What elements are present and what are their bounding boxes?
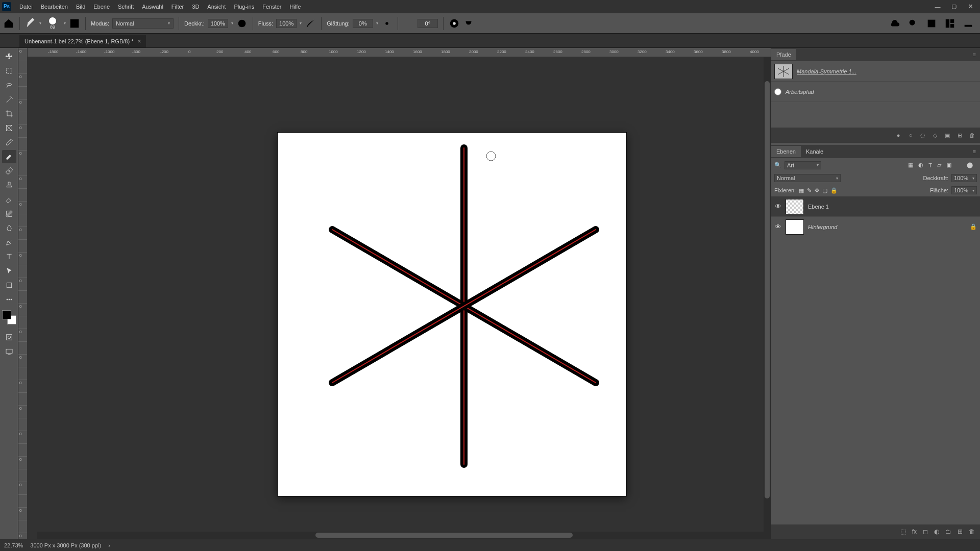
lock-artboard-icon[interactable]: ▢ <box>822 187 827 194</box>
smoothing-options-icon[interactable] <box>381 18 393 29</box>
horizontal-scrollbar[interactable] <box>37 532 771 539</box>
path-select-tool[interactable] <box>2 264 16 278</box>
selection-path-icon[interactable]: ◌ <box>920 132 926 138</box>
menu-3d[interactable]: 3D <box>188 2 203 12</box>
menu-schrift[interactable]: Schrift <box>114 2 138 12</box>
mask-path-icon[interactable]: ▣ <box>944 132 950 138</box>
layer-filter-select[interactable]: Art▾ <box>785 161 821 169</box>
gradient-tool[interactable] <box>2 207 16 220</box>
filter-type-icon[interactable]: T <box>928 162 932 168</box>
chevron-down-icon[interactable]: ▾ <box>64 21 66 26</box>
color-swatches[interactable] <box>2 310 16 324</box>
panel-menu-icon[interactable]: ≡ <box>969 52 980 58</box>
delete-path-icon[interactable]: 🗑 <box>969 132 975 138</box>
menu-hilfe[interactable]: Hilfe <box>285 2 305 12</box>
marquee-tool[interactable] <box>2 64 16 78</box>
mask-icon[interactable]: ◻ <box>923 528 928 535</box>
workspace-icon[interactable] <box>944 18 955 29</box>
chevron-down-icon[interactable]: ▾ <box>39 21 41 26</box>
visibility-icon[interactable]: 👁 <box>774 223 781 231</box>
adjustment-icon[interactable]: ◐ <box>934 528 939 535</box>
tab-layers[interactable]: Ebenen <box>771 146 801 157</box>
lock-transparent-icon[interactable]: ▦ <box>799 187 804 194</box>
brush-tool[interactable] <box>2 150 16 163</box>
menu-ansicht[interactable]: Ansicht <box>203 2 230 12</box>
pressure-opacity-icon[interactable] <box>236 18 248 29</box>
stamp-tool[interactable] <box>2 179 16 192</box>
panel-menu-icon[interactable]: ≡ <box>969 148 980 155</box>
screenmode-tool[interactable] <box>2 345 16 358</box>
filter-smart-icon[interactable]: ▣ <box>946 162 951 168</box>
link-layers-icon[interactable]: ⬚ <box>900 528 906 535</box>
smoothing-input[interactable]: 0% <box>353 19 373 28</box>
new-path-icon[interactable]: ⊞ <box>957 132 963 138</box>
path-row[interactable]: Arbeitspfad <box>771 82 980 102</box>
search-icon[interactable]: 🔍 <box>774 162 781 168</box>
delete-layer-icon[interactable]: 🗑 <box>969 528 975 535</box>
group-icon[interactable]: 🗀 <box>945 528 951 535</box>
angle-input[interactable]: 0° <box>418 19 438 28</box>
close-icon[interactable]: × <box>137 38 141 45</box>
flow-input[interactable]: 100% <box>276 19 297 28</box>
quickmask-tool[interactable] <box>2 331 16 344</box>
layer-opacity-input[interactable]: 100%▾ <box>951 174 977 182</box>
menu-bild[interactable]: Bild <box>72 2 89 12</box>
menu-auswahl[interactable]: Auswahl <box>138 2 167 12</box>
vertical-scrollbar[interactable] <box>764 57 771 532</box>
wand-tool[interactable] <box>2 93 16 106</box>
menu-datei[interactable]: Datei <box>15 2 37 12</box>
menu-filter[interactable]: Filter <box>167 2 188 12</box>
document-tab[interactable]: Unbenannt-1 bei 22,7% (Ebene 1, RGB/8) *… <box>19 35 146 47</box>
filter-pixel-icon[interactable]: ▦ <box>908 162 913 168</box>
layer-row[interactable]: 👁 Ebene 1 <box>771 196 980 217</box>
lock-paint-icon[interactable]: ✎ <box>807 187 812 194</box>
more-tools[interactable] <box>2 293 16 306</box>
brush-tool-icon[interactable] <box>25 18 36 29</box>
menu-ebene[interactable]: Ebene <box>89 2 114 12</box>
layer-row[interactable]: 👁 Hintergrund 🔒 <box>771 217 980 237</box>
crop-tool[interactable] <box>2 107 16 120</box>
home-icon[interactable] <box>3 18 14 29</box>
fx-icon[interactable]: fx <box>912 528 917 535</box>
frame-tool[interactable] <box>2 121 16 135</box>
stroke-path-icon[interactable]: ○ <box>908 132 914 138</box>
foreground-color[interactable] <box>2 310 11 319</box>
scrollbar-thumb[interactable] <box>315 533 572 538</box>
scrollbar-thumb[interactable] <box>765 81 770 498</box>
doc-info[interactable]: 3000 Px x 3000 Px (300 ppi) <box>30 542 101 548</box>
chevron-down-icon[interactable]: ▾ <box>300 21 302 26</box>
menu-bearbeiten[interactable]: Bearbeiten <box>37 2 72 12</box>
chevron-right-icon[interactable]: › <box>108 542 110 548</box>
path-row[interactable]: Mandala-Symmetrie 1... <box>771 61 980 82</box>
lasso-tool[interactable] <box>2 79 16 92</box>
pen-tool[interactable] <box>2 236 16 249</box>
share-icon[interactable] <box>963 18 974 29</box>
make-path-icon[interactable]: ◇ <box>932 132 938 138</box>
search-icon[interactable] <box>908 18 919 29</box>
eyedropper-tool[interactable] <box>2 136 16 149</box>
layer-fill-input[interactable]: 100%▾ <box>951 186 977 194</box>
window-maximize-button[interactable]: ▢ <box>946 2 962 12</box>
move-tool[interactable] <box>2 50 16 63</box>
tab-channels[interactable]: Kanäle <box>801 146 828 157</box>
menu-fenster[interactable]: Fenster <box>258 2 285 12</box>
window-close-button[interactable]: ✕ <box>963 2 978 12</box>
type-tool[interactable] <box>2 250 16 263</box>
tab-paths[interactable]: Pfade <box>771 49 796 60</box>
fill-path-icon[interactable]: ● <box>895 132 901 138</box>
window-minimize-button[interactable]: — <box>930 2 945 12</box>
canvas[interactable] <box>28 57 771 539</box>
filter-shape-icon[interactable]: ▱ <box>937 162 941 168</box>
frame-icon[interactable] <box>926 18 937 29</box>
blend-mode-select[interactable]: Normal▾ <box>112 18 174 29</box>
brush-preset-picker[interactable]: 89 <box>44 16 61 31</box>
layer-blend-select[interactable]: Normal▾ <box>774 174 841 182</box>
shape-tool[interactable] <box>2 279 16 292</box>
visibility-icon[interactable]: 👁 <box>774 203 781 210</box>
filter-toggle[interactable]: ⬤ <box>967 162 973 168</box>
brush-panel-icon[interactable] <box>69 18 80 29</box>
chevron-down-icon[interactable]: ▾ <box>376 21 378 26</box>
pressure-size-icon[interactable] <box>449 18 460 29</box>
menu-plugins[interactable]: Plug-ins <box>230 2 258 12</box>
lock-all-icon[interactable]: 🔒 <box>830 187 838 194</box>
